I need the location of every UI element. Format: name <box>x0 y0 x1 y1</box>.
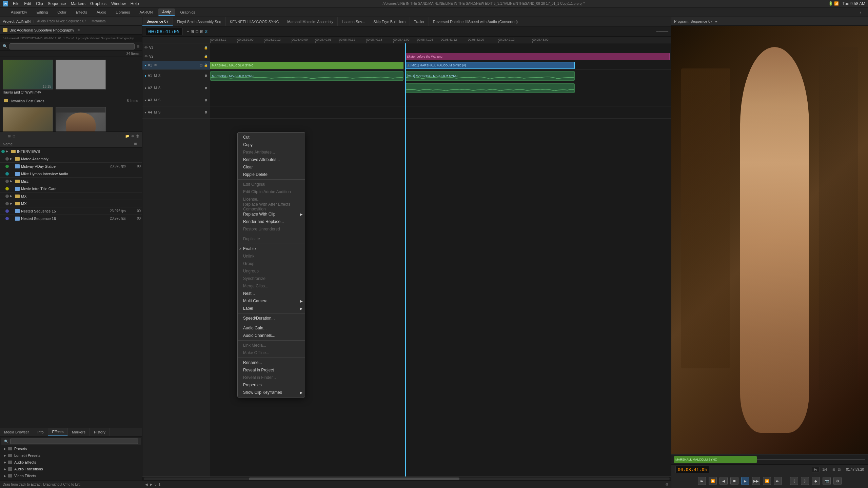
tab-history[interactable]: History <box>90 428 110 436</box>
zoom-in-icon[interactable]: + <box>117 134 119 138</box>
tab-editing[interactable]: Editing <box>33 9 52 16</box>
v1-record-icon[interactable]: ● <box>144 63 146 67</box>
ctx-audio-channels[interactable]: Audio Channels... <box>238 332 305 339</box>
menu-graphics[interactable]: Graphics <box>90 1 106 6</box>
new-item-button[interactable]: ⊕ <box>131 134 134 138</box>
ctx-cut[interactable]: Cut <box>238 134 305 141</box>
effects-audio-transitions[interactable]: ▶ Audio Transitions <box>3 466 139 472</box>
menu-edit[interactable]: Edit <box>24 1 31 6</box>
delete-button[interactable]: 🗑 <box>136 134 139 138</box>
menu-markers[interactable]: Markers <box>71 1 85 6</box>
expand-arrow[interactable]: ▶ <box>10 202 14 205</box>
tab-markers[interactable]: Markers <box>68 428 90 436</box>
a2-record-icon[interactable]: ● <box>144 86 146 90</box>
ctx-render-replace[interactable]: Render and Replace... <box>238 218 305 225</box>
tab-andy[interactable]: Andy <box>158 8 175 16</box>
tab-color[interactable]: Color <box>53 9 70 16</box>
bin-row-nested15[interactable]: ▶ Nested Sequence 15 23.976 fps 00 <box>0 207 142 215</box>
bin-row-mx1[interactable]: ▶ MX <box>0 192 142 200</box>
transport-rate-display[interactable]: Fr <box>812 467 820 472</box>
audio-clip-a1-green[interactable]: MARSHALL MALCOLM SYNC <box>210 71 403 81</box>
freeform-view-icon[interactable]: ⊡ <box>13 134 15 138</box>
step-forward-btn[interactable]: ⏩ <box>763 477 771 485</box>
effects-search-input[interactable] <box>10 439 138 444</box>
v1-lock-icon[interactable]: 🔒 <box>204 63 208 67</box>
ctx-reveal-project[interactable]: Reveal in Project <box>238 366 305 374</box>
workspace-more-button[interactable]: › <box>860 9 861 15</box>
sequence-selector[interactable]: Audio Track Mixer: Sequence 07 <box>37 19 86 23</box>
ctx-properties[interactable]: Properties <box>238 381 305 389</box>
a1-mute-icon[interactable]: M <box>154 74 157 78</box>
ctx-ripple-delete[interactable]: Ripple Delete <box>238 171 305 178</box>
seq-tab-floyd[interactable]: Floyd Smith Assembly Seq <box>173 17 226 26</box>
program-timecode-display[interactable]: 00:08:41:05 <box>675 466 709 473</box>
rolling-button[interactable]: ⊡ <box>195 29 199 34</box>
bin-row-mateo[interactable]: ▶ Mateo Assembly <box>0 155 142 163</box>
timecode-end-display[interactable]: 01:47:59:20 <box>846 468 864 471</box>
timeline-page-prev[interactable]: ◀ <box>145 483 148 486</box>
audio-clip-a2[interactable] <box>405 83 575 93</box>
media-item-hawaii[interactable]: 16:15 Hawaii End Of WWII.m4v <box>3 60 53 94</box>
tl-v2-track[interactable]: Skater before the War.png <box>210 52 671 61</box>
a1-mic-icon[interactable]: 🎙 <box>204 74 208 78</box>
bin-row-nested16[interactable]: ▶ Nested Sequence 16 23.976 fps 00 <box>0 215 142 222</box>
audio-clip-a1-selected[interactable]: [MC1] MARSHALL MALCOLM SYNC <box>405 71 575 81</box>
media-item-postcard2[interactable] <box>56 107 106 131</box>
tab-effects[interactable]: Effects <box>72 9 91 16</box>
tab-assembly[interactable]: Assembly <box>7 9 31 16</box>
ctx-show-keyframes[interactable]: Show Clip Keyframes▶ <box>238 389 305 396</box>
tab-libraries[interactable]: Libraries <box>112 9 134 16</box>
v3-lock-icon[interactable]: 🔒 <box>204 46 208 49</box>
seq-tab-reversed[interactable]: Reversed Dateline HiSpeed with Audio (Co… <box>429 17 522 26</box>
seq-tab-marshall[interactable]: Marshall Malcolm Assembly <box>283 17 338 26</box>
playhead-sync-button[interactable]: ⧖ <box>205 29 208 34</box>
tl-a1-track[interactable]: MARSHALL MALCOLM SYNC [MC1] MARSHALL MAL… <box>210 70 671 82</box>
step-back-btn[interactable]: ⏪ <box>709 477 717 485</box>
tab-graphics[interactable]: Graphics <box>176 9 199 16</box>
ctx-remove-attributes[interactable]: Remove Attributes... <box>238 156 305 163</box>
bin-row-mike[interactable]: ▶ Mike Hymon Interview Audio <box>0 170 142 178</box>
expand-arrow[interactable]: ▶ <box>10 157 14 160</box>
play-back-btn[interactable]: ◀ <box>719 477 728 485</box>
a1-record-icon[interactable]: ● <box>144 74 146 78</box>
seq-tab-kenneth[interactable]: KENNETH HAYGOOD SYNC <box>226 17 283 26</box>
bin-row-midway[interactable]: ▶ Midway VDay Statue 23.976 fps 00 <box>0 163 142 170</box>
shuttle-left-btn[interactable]: ⏮ <box>698 477 706 485</box>
timeline-page-next[interactable]: ▶ <box>150 483 153 486</box>
a3-record-icon[interactable]: ● <box>144 98 146 102</box>
tl-a3-track[interactable] <box>210 94 671 106</box>
ctx-label[interactable]: Label▶ <box>238 305 305 312</box>
media-item-placeholder[interactable] <box>56 60 106 94</box>
expand-arrow[interactable]: ▶ <box>6 150 9 153</box>
bin-row-interviews[interactable]: ▶ INTERVIEWS <box>0 148 142 155</box>
bin-row-movie[interactable]: ▶ Movie Intro Title Card <box>0 185 142 192</box>
clip-v2-skater[interactable]: Skater before the War.png <box>405 53 670 60</box>
tl-a2-track[interactable] <box>210 82 671 94</box>
metadata-tab[interactable]: Metadata <box>92 19 106 23</box>
effects-lumetri[interactable]: ▶ Lumetri Presets <box>3 452 139 459</box>
a2-solo-icon[interactable]: S <box>158 86 161 90</box>
bin-menu-button[interactable]: ≡ <box>78 28 80 32</box>
menu-sequence[interactable]: Sequence <box>48 1 66 6</box>
menu-clip[interactable]: Clip <box>36 1 43 6</box>
v3-eye-icon[interactable]: 👁 <box>144 46 148 49</box>
a3-mute-icon[interactable]: M <box>154 98 157 102</box>
zoom-out-icon[interactable]: − <box>121 134 123 138</box>
a4-mic-icon[interactable]: 🎙 <box>204 110 208 115</box>
safe-margins-button[interactable]: ⊞ <box>832 468 835 471</box>
a2-mute-icon[interactable]: M <box>154 86 157 90</box>
snap-button[interactable]: ⌖ <box>187 29 189 34</box>
clip-v1-selected[interactable]: ⚠ [MC1] MARSHALL MALCOLM SYNC [V] <box>405 62 575 69</box>
play-forward-btn[interactable]: ▶▶ <box>752 477 760 485</box>
stop-btn[interactable]: ⏹ <box>730 477 738 485</box>
ctx-speed-duration[interactable]: Speed/Duration... <box>238 314 305 322</box>
effects-video-effects[interactable]: ▶ Video Effects <box>3 472 139 479</box>
v2-eye-icon[interactable]: 👁 <box>144 55 148 58</box>
tab-info[interactable]: Info <box>33 428 48 436</box>
v2-lock-icon[interactable]: 🔒 <box>204 55 208 58</box>
tab-effects[interactable]: Effects <box>48 428 68 436</box>
timeline-settings-icon[interactable]: ⚙ <box>665 483 668 486</box>
v1-eye-icon[interactable]: 👁 <box>154 63 157 67</box>
export-frame-btn[interactable]: 📷 <box>823 477 831 485</box>
add-marker-btn[interactable]: ◆ <box>812 477 820 485</box>
